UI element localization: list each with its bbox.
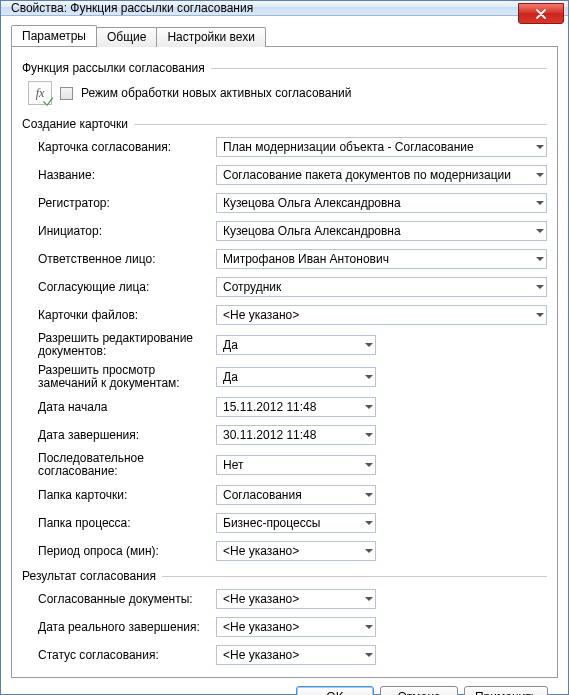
row-docs: Согласованные документы: <Не указано>: [38, 587, 547, 611]
row-initiator: Инициатор: Кузецова Ольга Александровна: [38, 219, 547, 243]
combo-value: <Не указано>: [217, 308, 546, 322]
button-label: Применить: [475, 690, 537, 695]
combo-value: 15.11.2012 11:48: [217, 400, 375, 414]
label-card: Карточка согласования:: [38, 140, 216, 154]
row-sequential: Последовательное согласование: Нет: [38, 451, 547, 479]
combo-value: <Не указано>: [217, 620, 375, 634]
chevron-down-icon: [536, 145, 544, 149]
label-responsible: Ответственное лицо:: [38, 252, 216, 266]
label-sequential: Последовательное согласование:: [38, 452, 216, 478]
label-docs: Согласованные документы:: [38, 592, 216, 606]
combo-name[interactable]: Согласование пакета документов по модерн…: [216, 165, 547, 185]
tab-label: Параметры: [22, 29, 86, 43]
close-button[interactable]: [518, 3, 564, 24]
row-registrar: Регистратор: Кузецова Ольга Александровн…: [38, 191, 547, 215]
apply-button[interactable]: Применить: [464, 686, 548, 696]
tab-strip: Параметры Общие Настройки вехи: [11, 24, 558, 46]
row-status: Статус согласования: <Не указано>: [38, 643, 547, 667]
row-real-end: Дата реального завершения: <Не указано>: [38, 615, 547, 639]
chevron-down-icon: [365, 405, 373, 409]
chevron-down-icon: [365, 521, 373, 525]
label-allow-view: Разрешить просмотр замечаний к документа…: [38, 364, 216, 390]
combo-poll-period[interactable]: <Не указано>: [216, 541, 376, 561]
chevron-down-icon: [365, 597, 373, 601]
row-card-folder: Папка карточки: Согласования: [38, 483, 547, 507]
ok-button[interactable]: OK: [296, 686, 374, 696]
combo-value: Да: [217, 370, 375, 384]
combo-allow-view[interactable]: Да: [216, 367, 376, 387]
combo-initiator[interactable]: Кузецова Ольга Александровна: [216, 221, 547, 241]
row-filecards: Карточки файлов: <Не указано>: [38, 303, 547, 327]
chevron-down-icon: [365, 493, 373, 497]
combo-value: Кузецова Ольга Александровна: [217, 224, 546, 238]
combo-docs[interactable]: <Не указано>: [216, 589, 376, 609]
combo-allow-edit[interactable]: Да: [216, 335, 376, 355]
group-create-card-header: Создание карточки: [22, 115, 547, 133]
combo-status[interactable]: <Не указано>: [216, 645, 376, 665]
label-initiator: Инициатор:: [38, 224, 216, 238]
new-approvals-checkbox[interactable]: [60, 87, 73, 100]
tab-general[interactable]: Общие: [96, 27, 157, 47]
combo-value: Митрофанов Иван Антонович: [217, 252, 546, 266]
cancel-button[interactable]: Отмена: [380, 686, 458, 696]
combo-value: Кузецова Ольга Александровна: [217, 196, 546, 210]
tab-label: Настройки вехи: [167, 30, 255, 44]
button-label: Отмена: [397, 690, 440, 695]
group-function-header: Функция рассылки согласования: [22, 59, 547, 77]
properties-window: Свойства: Функция рассылки согласования …: [0, 0, 569, 695]
group-create-card-title: Создание карточки: [22, 117, 128, 131]
row-poll-period: Период опроса (мин): <Не указано>: [38, 539, 547, 563]
combo-proc-folder[interactable]: Бизнес-процессы: [216, 513, 376, 533]
label-proc-folder: Папка процесса:: [38, 516, 216, 530]
tab-milestone[interactable]: Настройки вехи: [156, 27, 266, 47]
result-form: Согласованные документы: <Не указано> Да…: [22, 585, 547, 667]
combo-value: Бизнес-процессы: [217, 516, 375, 530]
combo-value: Сотрудник: [217, 280, 546, 294]
chevron-down-icon: [365, 433, 373, 437]
new-approvals-label: Режим обработки новых активных согласова…: [81, 86, 352, 100]
combo-start-date[interactable]: 15.11.2012 11:48: [216, 397, 376, 417]
function-row: fx Режим обработки новых активных соглас…: [22, 77, 547, 111]
button-label: OK: [326, 690, 343, 695]
combo-filecards[interactable]: <Не указано>: [216, 305, 547, 325]
tab-parameters[interactable]: Параметры: [11, 25, 97, 46]
row-approvers: Согласующие лица: Сотрудник: [38, 275, 547, 299]
row-name: Название: Согласование пакета документов…: [38, 163, 547, 187]
combo-value: Согласование пакета документов по модерн…: [217, 168, 546, 182]
group-function-title: Функция рассылки согласования: [22, 61, 205, 75]
chevron-down-icon: [536, 313, 544, 317]
chevron-down-icon: [365, 653, 373, 657]
window-title: Свойства: Функция рассылки согласования: [1, 1, 253, 15]
chevron-down-icon: [536, 229, 544, 233]
combo-value: Нет: [217, 458, 375, 472]
divider: [211, 68, 547, 69]
divider: [162, 576, 547, 577]
combo-sequential[interactable]: Нет: [216, 455, 376, 475]
close-icon: [536, 9, 546, 19]
chevron-down-icon: [365, 375, 373, 379]
combo-card-folder[interactable]: Согласования: [216, 485, 376, 505]
chevron-down-icon: [536, 173, 544, 177]
combo-card[interactable]: План модернизации объекта - Согласование: [216, 137, 547, 157]
client-area: Параметры Общие Настройки вехи Функция р…: [1, 16, 568, 695]
row-allow-edit: Разрешить редактирование документов: Да: [38, 331, 547, 359]
combo-real-end[interactable]: <Не указано>: [216, 617, 376, 637]
chevron-down-icon: [536, 257, 544, 261]
label-filecards: Карточки файлов:: [38, 308, 216, 322]
label-poll-period: Период опроса (мин):: [38, 544, 216, 558]
tab-label: Общие: [107, 30, 146, 44]
tab-panel-parameters: Функция рассылки согласования fx Режим о…: [11, 46, 558, 678]
create-card-form: Карточка согласования: План модернизации…: [22, 133, 547, 563]
combo-end-date[interactable]: 30.11.2012 11:48: [216, 425, 376, 445]
row-end-date: Дата завершения: 30.11.2012 11:48: [38, 423, 547, 447]
button-bar: OK Отмена Применить: [11, 678, 558, 695]
combo-registrar[interactable]: Кузецова Ольга Александровна: [216, 193, 547, 213]
group-result-title: Результат согласования: [22, 569, 156, 583]
label-status: Статус согласования:: [38, 648, 216, 662]
combo-value: Да: [217, 338, 375, 352]
label-name: Название:: [38, 168, 216, 182]
combo-value: <Не указано>: [217, 544, 375, 558]
combo-responsible[interactable]: Митрофанов Иван Антонович: [216, 249, 547, 269]
fx-icon[interactable]: fx: [28, 81, 52, 105]
combo-approvers[interactable]: Сотрудник: [216, 277, 547, 297]
